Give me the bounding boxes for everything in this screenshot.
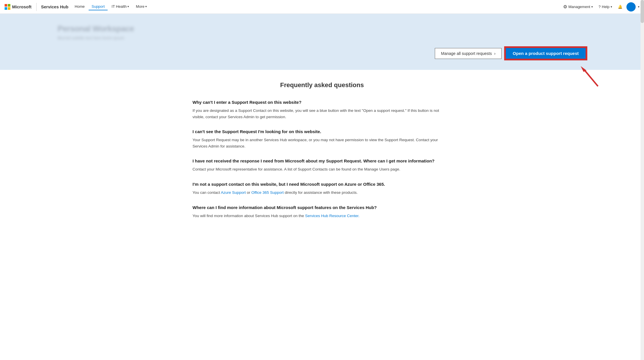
scrollbar-thumb[interactable] — [641, 0, 644, 23]
hero-subtitle: Blurred subtitle text here lorem ipsum — [58, 36, 586, 40]
office365-support-link[interactable]: Office 365 Support — [251, 190, 283, 195]
svg-marker-1 — [581, 66, 586, 72]
faq-question-4: I'm not a support contact on this websit… — [193, 181, 451, 187]
open-request-button[interactable]: Open a product support request — [505, 47, 586, 60]
notification-button[interactable]: 🔔 — [616, 3, 624, 10]
faq-question-5: Where can I find more information about … — [193, 204, 451, 210]
hero-title: Personal Workspace — [58, 24, 586, 33]
faq-answer-5: You will find more information about Ser… — [193, 213, 451, 219]
scrollbar-track[interactable] — [641, 0, 644, 245]
microsoft-brand-text: Microsoft — [12, 4, 32, 9]
faq-question-1: Why can't I enter a Support Request on t… — [193, 99, 451, 105]
microsoft-logo[interactable]: Microsoft — [5, 4, 32, 10]
nav-more[interactable]: More ▾ — [133, 3, 150, 10]
hero-actions: Manage all support requests › Open a pro… — [58, 47, 586, 60]
faq-item-1: Why can't I enter a Support Request on t… — [193, 99, 451, 120]
nav-home[interactable]: Home — [72, 3, 88, 10]
avatar[interactable] — [626, 2, 636, 12]
faq-question-2: I can't see the Support Request I'm look… — [193, 129, 451, 135]
nav-it-health[interactable]: IT Health ▾ — [109, 3, 132, 10]
management-chevron-icon: ▾ — [591, 5, 593, 8]
gear-icon: ⚙ — [563, 4, 567, 9]
nav-right: ⚙ Management ▾ ? Help ▾ 🔔 ▾ — [561, 2, 639, 12]
bell-icon: 🔔 — [618, 5, 622, 9]
faq-item-5: Where can I find more information about … — [193, 204, 451, 219]
faq-item-2: I can't see the Support Request I'm look… — [193, 129, 451, 149]
faq-answer-1: If you are designated as a Support Conta… — [193, 108, 451, 120]
faq-answer-2: Your Support Request may be in another S… — [193, 137, 451, 149]
faq-answer-3: Contact your Microsoft representative fo… — [193, 166, 451, 173]
manage-requests-button[interactable]: Manage all support requests › — [435, 48, 501, 59]
chevron-right-icon: › — [494, 51, 496, 56]
main-content: Frequently asked questions Why can't I e… — [164, 70, 480, 245]
faq-item-4: I'm not a support contact on this websit… — [193, 181, 451, 196]
it-health-chevron-icon: ▾ — [127, 5, 129, 8]
resource-center-link[interactable]: Services Hub Resource Center. — [305, 214, 359, 218]
management-menu[interactable]: ⚙ Management ▾ — [561, 3, 595, 11]
navbar: Microsoft Services Hub Home Support IT H… — [0, 0, 644, 14]
app-name: Services Hub — [41, 4, 68, 9]
svg-line-0 — [584, 69, 598, 86]
help-menu[interactable]: ? Help ▾ — [597, 3, 614, 10]
faq-answer-4: You can contact Azure Support or Office … — [193, 189, 451, 196]
azure-support-link[interactable]: Azure Support — [221, 190, 246, 195]
ms-grid-icon — [5, 4, 10, 10]
nav-links: Home Support IT Health ▾ More ▾ — [72, 3, 558, 10]
hero-banner: Personal Workspace Blurred subtitle text… — [0, 14, 644, 70]
help-circle-icon: ? — [599, 5, 601, 9]
nav-divider — [36, 3, 37, 11]
more-chevron-icon: ▾ — [145, 5, 147, 8]
account-chevron-icon: ▾ — [638, 5, 639, 8]
faq-title: Frequently asked questions — [193, 81, 451, 89]
faq-question-3: I have not received the response I need … — [193, 158, 451, 164]
help-chevron-icon: ▾ — [611, 5, 612, 8]
annotation-arrow — [581, 63, 604, 87]
nav-support[interactable]: Support — [89, 3, 108, 10]
faq-item-3: I have not received the response I need … — [193, 158, 451, 173]
